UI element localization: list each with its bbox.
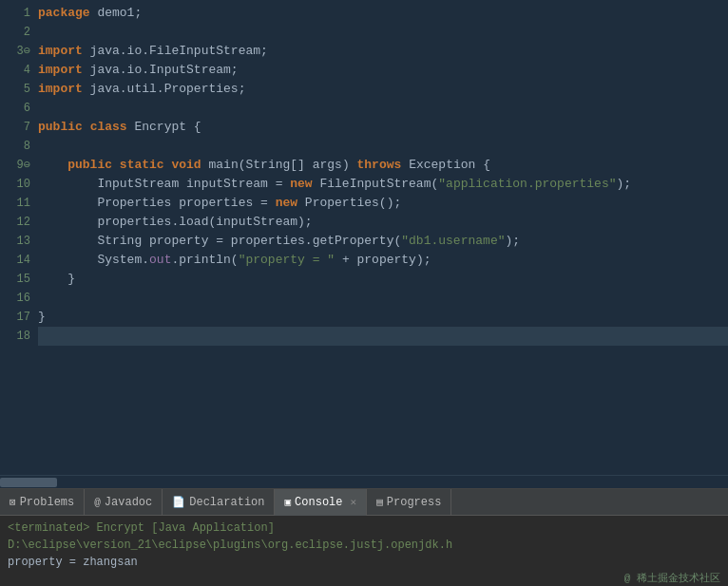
- terminated-text: <terminated> Encrypt [Java Application] …: [8, 521, 452, 552]
- line-numbers: 1 2 3⊖ 4 5 6 7 8 9⊖ 10 11 12 13 14 15 16…: [0, 0, 38, 475]
- code-line-8: [38, 137, 728, 156]
- javadoc-icon: @: [94, 497, 101, 508]
- problems-icon: ⊠: [10, 496, 16, 508]
- keyword: public: [38, 120, 83, 134]
- string-literal: "db1.username": [401, 234, 505, 248]
- code-editor[interactable]: 1 2 3⊖ 4 5 6 7 8 9⊖ 10 11 12 13 14 15 16…: [0, 0, 728, 475]
- keyword: static: [120, 158, 164, 172]
- tab-progress-label: Progress: [387, 496, 442, 509]
- keyword: class: [90, 120, 127, 134]
- tab-console-label: Console: [295, 496, 342, 509]
- keyword: import: [38, 82, 83, 96]
- declaration-icon: 📄: [172, 496, 185, 508]
- output-text: property = zhangsan: [8, 556, 138, 568]
- code-line-13: String property = properties.getProperty…: [38, 232, 728, 251]
- throws-keyword: throws: [357, 158, 402, 172]
- code-line-9: public static void main(String[] args) t…: [38, 156, 728, 175]
- code-line-15: }: [38, 270, 728, 289]
- code-lines[interactable]: package demo1; import java.io.FileInputS…: [38, 0, 728, 475]
- tab-bar: ⊠ Problems @ Javadoc 📄 Declaration ▣ Con…: [0, 489, 728, 516]
- progress-icon: ▤: [376, 496, 383, 508]
- tab-progress[interactable]: ▤ Progress: [367, 489, 451, 516]
- code-line-7: public class Encrypt {: [38, 118, 728, 137]
- console-output-line: property = zhangsan: [8, 554, 720, 568]
- code-container: 1 2 3⊖ 4 5 6 7 8 9⊖ 10 11 12 13 14 15 16…: [0, 0, 728, 475]
- tab-javadoc[interactable]: @ Javadoc: [85, 489, 163, 516]
- console-output: <terminated> Encrypt [Java Application] …: [0, 516, 728, 568]
- code-line-2: [38, 23, 728, 42]
- watermark: @ 稀土掘金技术社区: [0, 568, 728, 586]
- keyword: void: [171, 158, 201, 172]
- code-line-12: properties.load(inputStream);: [38, 213, 728, 232]
- code-line-3: import java.io.FileInputStream;: [38, 42, 728, 61]
- code-line-10: InputStream inputStream = new FileInputS…: [38, 175, 728, 194]
- code-line-11: Properties properties = new Properties()…: [38, 194, 728, 213]
- code-line-5: import java.util.Properties;: [38, 80, 728, 99]
- scrollbar-thumb[interactable]: [0, 478, 57, 487]
- keyword: new: [276, 196, 297, 210]
- tab-problems-label: Problems: [20, 496, 75, 509]
- console-terminated-line: <terminated> Encrypt [Java Application] …: [8, 520, 720, 554]
- tab-declaration-label: Declaration: [189, 496, 264, 509]
- code-line-6: [38, 99, 728, 118]
- tab-console-close[interactable]: ✕: [351, 496, 357, 508]
- bottom-panel: ⊠ Problems @ Javadoc 📄 Declaration ▣ Con…: [0, 488, 728, 586]
- keyword: import: [38, 44, 83, 58]
- code-line-18: [38, 327, 728, 346]
- keyword: new: [290, 177, 312, 191]
- string-literal: "property = ": [239, 253, 335, 267]
- watermark-text: @ 稀土掘金技术社区: [624, 573, 720, 584]
- keyword: import: [38, 63, 83, 77]
- string-literal: "application.properties": [438, 177, 616, 191]
- horizontal-scrollbar[interactable]: [0, 475, 728, 488]
- console-icon: ▣: [284, 496, 291, 508]
- code-line-17: }: [38, 308, 728, 327]
- code-line-4: import java.io.InputStream;: [38, 61, 728, 80]
- tab-declaration[interactable]: 📄 Declaration: [163, 489, 275, 516]
- tab-console[interactable]: ▣ Console ✕: [275, 489, 367, 516]
- code-line-1: package demo1;: [38, 4, 728, 23]
- field: out: [149, 253, 171, 267]
- code-line-16: [38, 289, 728, 308]
- keyword: package: [38, 6, 90, 20]
- code-line-14: System.out.println("property = " + prope…: [38, 251, 728, 270]
- keyword: public: [67, 158, 112, 172]
- tab-javadoc-label: Javadoc: [105, 496, 152, 509]
- tab-problems[interactable]: ⊠ Problems: [0, 489, 85, 516]
